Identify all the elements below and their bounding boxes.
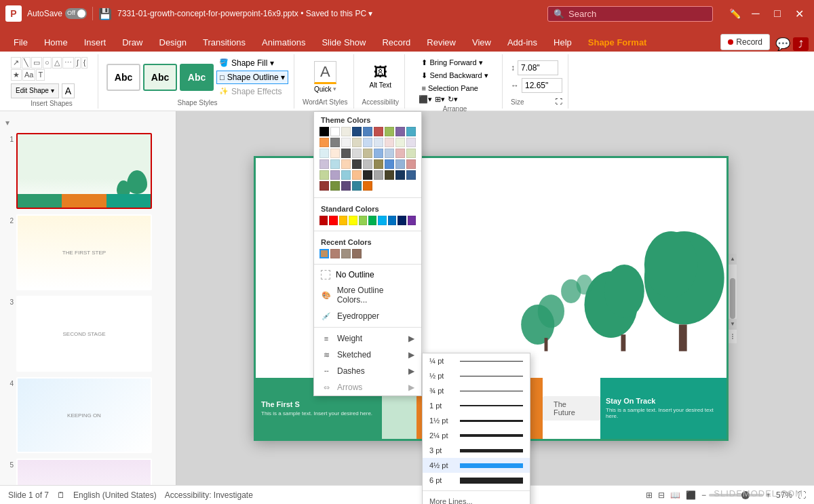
- theme-color-brick[interactable]: [319, 181, 329, 191]
- autosave-toggle[interactable]: AutoSave Off: [27, 8, 87, 19]
- tab-draw[interactable]: Draw: [114, 33, 151, 52]
- shape-circle-icon[interactable]: ○: [43, 57, 52, 69]
- shape-curve-icon[interactable]: ∫: [75, 57, 81, 69]
- std-yellow[interactable]: [349, 216, 357, 225]
- tab-transitions[interactable]: Transitions: [195, 33, 254, 52]
- theme-color-khaki[interactable]: [363, 149, 372, 158]
- theme-color-lightgray1[interactable]: [341, 138, 351, 147]
- tab-record[interactable]: Record: [374, 33, 419, 52]
- std-lightblue[interactable]: [378, 216, 386, 225]
- theme-color-lightcyan[interactable]: [341, 170, 351, 180]
- size-expand-icon[interactable]: ⛶: [556, 98, 562, 105]
- tab-view[interactable]: View: [464, 33, 499, 52]
- recent-color-4[interactable]: [352, 249, 362, 258]
- theme-color-sage[interactable]: [319, 170, 329, 180]
- theme-color-navy[interactable]: [352, 127, 362, 136]
- right-scrollbar[interactable]: ▲ ▼: [729, 254, 737, 343]
- theme-color-steelblue[interactable]: [395, 159, 405, 169]
- autosave-toggle-switch[interactable]: Off: [65, 8, 87, 19]
- std-red[interactable]: [329, 216, 337, 225]
- shape-effects-button[interactable]: ✨ Shape Effects: [216, 85, 288, 98]
- slide-image-3[interactable]: SECOND STAGE: [16, 296, 152, 372]
- theme-color-apricot[interactable]: [341, 159, 351, 169]
- text-fill-icon[interactable]: A: [314, 61, 336, 84]
- tab-animations[interactable]: Animations: [254, 33, 313, 52]
- theme-color-darkteal[interactable]: [352, 181, 362, 191]
- slide-image-2[interactable]: THE FIRST STEP: [16, 214, 152, 290]
- slide-view-icon[interactable]: 🗒: [57, 490, 65, 500]
- weight-6pt[interactable]: 6 pt: [423, 473, 530, 488]
- slide-thumb-2[interactable]: 2 THE FIRST STEP: [3, 213, 173, 292]
- shape-fill-button[interactable]: 🪣 Shape Fill ▾: [216, 57, 288, 69]
- shape-outline-button[interactable]: □ Shape Outline ▾: [216, 71, 288, 84]
- theme-color-cornflower[interactable]: [374, 149, 383, 158]
- eyedropper-item[interactable]: 💉 Eyedropper: [314, 308, 421, 324]
- theme-color-pinkred[interactable]: [385, 138, 394, 147]
- theme-color-darknavy[interactable]: [395, 170, 405, 180]
- text-box-icon[interactable]: A: [62, 83, 75, 98]
- group-dropdown[interactable]: ⊞▾: [435, 95, 445, 104]
- recent-color-1[interactable]: [319, 249, 329, 258]
- slide-image-4[interactable]: KEEPING ON: [16, 377, 152, 453]
- slide-image-5[interactable]: STAY ON TRACK: [16, 459, 152, 485]
- shape-more-icon[interactable]: ⋯: [62, 57, 74, 69]
- comments-icon[interactable]: 💬: [775, 37, 790, 52]
- more-lines-item[interactable]: More Lines...: [423, 494, 530, 504]
- recent-color-2[interactable]: [330, 249, 340, 258]
- theme-color-gold[interactable]: [374, 159, 383, 169]
- tab-design[interactable]: Design: [151, 33, 195, 52]
- theme-color-medgray[interactable]: [374, 170, 383, 180]
- shape-style-3[interactable]: Abc: [180, 64, 214, 91]
- shape-aa-icon[interactable]: Aa: [22, 69, 35, 81]
- theme-color-skyblue[interactable]: [330, 159, 340, 169]
- theme-color-gray3[interactable]: [363, 159, 372, 169]
- slide-image-1[interactable]: [16, 133, 152, 209]
- theme-color-lightblue2[interactable]: [385, 149, 394, 158]
- theme-color-red[interactable]: [374, 127, 383, 136]
- theme-color-green[interactable]: [385, 127, 394, 136]
- weight-item[interactable]: ≡ Weight ▶: [314, 330, 421, 347]
- save-icon[interactable]: 💾: [98, 7, 112, 20]
- weight-225pt[interactable]: 2¼ pt: [423, 428, 530, 443]
- theme-color-gray2[interactable]: [341, 149, 351, 158]
- std-darkred[interactable]: [319, 216, 328, 225]
- record-button[interactable]: Record: [720, 34, 770, 50]
- weight-075pt[interactable]: ¾ pt: [423, 383, 530, 398]
- scrollbar-thumb[interactable]: [730, 278, 735, 319]
- slide-thumb-5[interactable]: 5 STAY ON TRACK: [3, 457, 173, 485]
- shape-style-2[interactable]: Abc: [143, 64, 177, 91]
- send-backward-button[interactable]: ⬇ Send Backward ▾: [419, 70, 490, 81]
- scroll-up-arrow[interactable]: ▲: [729, 254, 737, 265]
- theme-color-dustyrose[interactable]: [406, 159, 416, 169]
- shape-text-icon[interactable]: T: [36, 69, 45, 81]
- slide-thumb-4[interactable]: 4 KEEPING ON: [3, 376, 173, 454]
- arrows-item[interactable]: ⇔ Arrows ▶: [314, 379, 421, 395]
- shape-rect-icon[interactable]: ▭: [31, 57, 42, 69]
- theme-color-lime[interactable]: [406, 149, 416, 158]
- grid-view-icon[interactable]: ⊞: [646, 490, 653, 500]
- selection-pane-button[interactable]: ≡ Selection Pane: [419, 83, 490, 94]
- tab-help[interactable]: Help: [545, 33, 580, 52]
- theme-color-palblue[interactable]: [374, 138, 383, 147]
- minimize-button[interactable]: ─: [746, 4, 765, 23]
- std-blue[interactable]: [388, 216, 396, 225]
- shape-brace-icon[interactable]: {: [81, 57, 88, 69]
- weight-3pt[interactable]: 3 pt: [423, 443, 530, 458]
- weight-45pt[interactable]: 4½ pt: [423, 458, 530, 473]
- align-dropdown[interactable]: ⬛▾: [419, 95, 432, 104]
- reading-view-icon[interactable]: 📖: [670, 490, 680, 500]
- bring-forward-button[interactable]: ⬆ Bring Forward ▾: [419, 57, 490, 69]
- dashes-item[interactable]: ╌ Dashes ▶: [314, 363, 421, 379]
- theme-color-verydark[interactable]: [363, 170, 372, 180]
- recent-color-3[interactable]: [341, 249, 351, 258]
- height-input[interactable]: [518, 60, 558, 75]
- weight-05pt[interactable]: ½ pt: [423, 368, 530, 383]
- presenter-view-icon[interactable]: ⬛: [686, 490, 696, 500]
- theme-color-sandy[interactable]: [352, 170, 362, 180]
- slide-thumb-1[interactable]: 1: [3, 132, 173, 210]
- slide-sorter-icon[interactable]: ⊟: [658, 490, 665, 500]
- scroll-down-arrow[interactable]: ▼: [729, 319, 737, 330]
- theme-color-orange[interactable]: [319, 138, 329, 147]
- slide-thumb-3[interactable]: 3 SECOND STAGE: [3, 294, 173, 373]
- std-purple[interactable]: [408, 216, 416, 225]
